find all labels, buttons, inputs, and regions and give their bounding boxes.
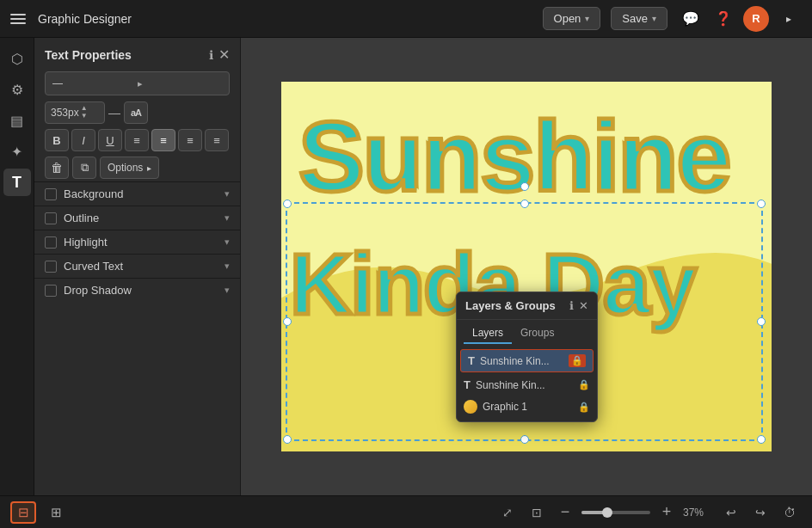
canvas-text-sunshine: Sunshine (298, 107, 772, 206)
bottom-bar: ⊟ ⊞ ⤢ ⊡ − + 37% ↩ ↪ ⏱ (0, 495, 812, 528)
undo-button[interactable]: ↩ (719, 501, 743, 524)
open-chevron: ▾ (585, 14, 589, 23)
background-checkbox[interactable] (45, 188, 57, 200)
layers-title: Layers & Groups (465, 299, 564, 312)
layers-header: Layers & Groups ℹ ✕ (457, 292, 597, 320)
help-icon[interactable]: ❓ (710, 6, 736, 32)
actions-row: 🗑 ⧉ Options ▸ (34, 154, 240, 181)
font-selector[interactable]: — ▸ (45, 71, 230, 95)
font-row: — ▸ (34, 70, 240, 99)
delete-button[interactable]: 🗑 (45, 157, 69, 179)
bottom-controls: ⤢ ⊡ − + 37% ↩ ↪ ⏱ (495, 501, 802, 524)
handle-tl[interactable] (283, 200, 292, 208)
layers-close-icon[interactable]: ✕ (579, 299, 588, 312)
save-button[interactable]: Save ▾ (611, 7, 667, 30)
handle-bl[interactable] (283, 435, 292, 444)
drop-shadow-checkbox[interactable] (45, 285, 57, 297)
highlight-label: Highlight (64, 236, 218, 249)
open-button[interactable]: Open ▾ (543, 7, 601, 30)
resize-button[interactable]: ⊡ (525, 501, 549, 524)
panel-info-icon[interactable]: ℹ (209, 48, 213, 62)
sidebar-icon-bar: ⬡ ⚙ ▤ ✦ T (0, 38, 34, 495)
drop-shadow-label: Drop Shadow (64, 284, 218, 297)
outline-checkbox[interactable] (45, 212, 57, 224)
history-button[interactable]: ⏱ (778, 501, 802, 524)
curved-text-label: Curved Text (64, 260, 218, 273)
background-expand-icon: ▾ (225, 188, 230, 200)
handle-tc[interactable] (520, 200, 529, 208)
options-expand-icon: ▸ (147, 163, 151, 173)
outline-label: Outline (64, 212, 218, 224)
size-row: 353px ▲ ▼ — aA (34, 99, 240, 126)
elements-sidebar-icon[interactable]: ✦ (3, 138, 31, 165)
fit-page-button[interactable]: ⤢ (495, 501, 520, 524)
outline-section[interactable]: Outline ▾ (34, 206, 240, 230)
adjust-sidebar-icon[interactable]: ⚙ (3, 76, 31, 103)
layer2-lock-icon[interactable]: 🔒 (578, 379, 590, 390)
justify-button[interactable]: ≡ (205, 129, 229, 151)
layer3-label: Graphic 1 (483, 401, 573, 413)
grid-view-button[interactable]: ⊞ (43, 501, 69, 524)
size-down-icon[interactable]: ▼ (81, 113, 88, 120)
layers-info-icon[interactable]: ℹ (569, 299, 574, 312)
curved-text-checkbox[interactable] (45, 261, 57, 273)
font-expand-icon: ▸ (138, 78, 223, 89)
drop-shadow-section[interactable]: Drop Shadow ▾ (34, 278, 240, 302)
rotate-handle[interactable] (520, 182, 529, 191)
handle-ml[interactable] (283, 317, 292, 326)
layer-item-2[interactable]: T Sunshine Kin... 🔒 (457, 374, 597, 396)
layers-sidebar-icon[interactable]: ▤ (3, 107, 31, 134)
background-section[interactable]: Background ▾ (34, 181, 240, 206)
zoom-out-button[interactable]: − (554, 501, 576, 524)
font-size-input[interactable]: 353px ▲ ▼ (45, 101, 105, 124)
avatar[interactable]: R (743, 6, 769, 32)
menu-icon[interactable] (10, 10, 28, 28)
topbar: Graphic Designer Open ▾ Save ▾ 💬 ❓ R ▸ (0, 0, 812, 38)
bold-button[interactable]: B (45, 129, 69, 151)
main-area: ⬡ ⚙ ▤ ✦ T Text Properties ℹ ✕ — ▸ 353px … (0, 38, 812, 495)
handle-mr[interactable] (757, 317, 766, 326)
align-right-button[interactable]: ≡ (178, 129, 202, 151)
layers-view-button[interactable]: ⊟ (10, 501, 36, 524)
align-left-button[interactable]: ≡ (125, 129, 149, 151)
layer2-label: Sunshine Kin... (476, 379, 573, 391)
options-button[interactable]: Options ▸ (100, 157, 159, 179)
layers-panel: Layers & Groups ℹ ✕ Layers Groups T Suns… (456, 292, 598, 422)
duplicate-button[interactable]: ⧉ (72, 157, 96, 179)
panel-header: Text Properties ℹ ✕ (34, 38, 240, 70)
canvas-area[interactable]: Sunshine Kinda Day Layers (241, 38, 812, 495)
handle-br[interactable] (757, 435, 766, 444)
layers-list: T Sunshine Kin... 🔒 T Sunshine Kin... 🔒 … (457, 344, 597, 421)
layer3-lock-icon[interactable]: 🔒 (578, 402, 590, 413)
layers-tabs: Layers Groups (457, 320, 597, 344)
chat-icon[interactable]: 💬 (678, 6, 704, 32)
highlight-expand-icon: ▾ (225, 236, 230, 248)
format-row: B I U ≡ ≡ ≡ ≡ (34, 126, 240, 154)
collapse-icon[interactable]: ▸ (776, 6, 802, 32)
tab-groups[interactable]: Groups (512, 323, 563, 344)
text-sidebar-icon[interactable]: T (3, 169, 31, 196)
highlight-checkbox[interactable] (45, 236, 57, 249)
zoom-percent: 37% (683, 507, 714, 519)
handle-bc[interactable] (520, 435, 529, 444)
layer-item-3[interactable]: Graphic 1 🔒 (457, 396, 597, 418)
properties-panel: Text Properties ℹ ✕ — ▸ 353px ▲ ▼ — aA (34, 38, 241, 495)
layer1-label: Sunshine Kin... (480, 355, 563, 367)
redo-button[interactable]: ↪ (748, 501, 772, 524)
highlight-section[interactable]: Highlight ▾ (34, 230, 240, 254)
panel-close-icon[interactable]: ✕ (218, 46, 230, 63)
align-center-button[interactable]: ≡ (151, 129, 175, 151)
handle-tr[interactable] (757, 200, 766, 208)
layer1-lock-icon[interactable]: 🔒 (569, 354, 586, 367)
background-label: Background (64, 187, 218, 200)
text-case-icon[interactable]: aA (124, 101, 148, 124)
italic-button[interactable]: I (71, 129, 95, 151)
app-title: Graphic Designer (38, 12, 132, 26)
shapes-sidebar-icon[interactable]: ⬡ (3, 45, 31, 72)
layer-item-1[interactable]: T Sunshine Kin... 🔒 (460, 349, 594, 372)
tab-layers[interactable]: Layers (464, 323, 512, 344)
underline-button[interactable]: U (98, 129, 122, 151)
zoom-in-button[interactable]: + (655, 501, 678, 524)
zoom-slider[interactable] (581, 511, 650, 514)
curved-text-section[interactable]: Curved Text ▾ (34, 254, 240, 278)
